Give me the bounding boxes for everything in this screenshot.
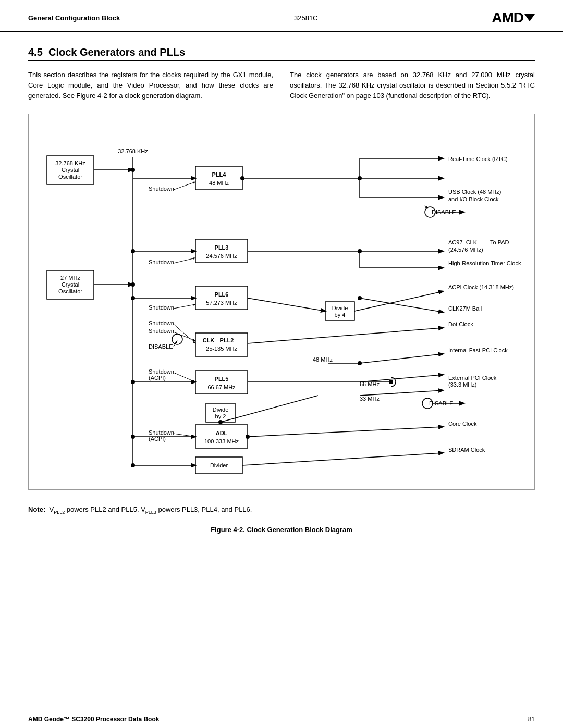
svg-text:Shutdown: Shutdown: [149, 429, 174, 436]
svg-text:PLL5: PLL5: [215, 376, 229, 382]
note-text: Note: VPLL2 powers PLL2 and PLL5. VPLL3 …: [28, 504, 535, 516]
svg-text:Oscillator: Oscillator: [58, 174, 82, 180]
svg-text:To PAD: To PAD: [490, 239, 509, 245]
svg-text:Dot Clock: Dot Clock: [448, 321, 473, 327]
svg-text:25-135 MHz: 25-135 MHz: [206, 346, 237, 352]
page-content: 4.5 Clock Generators and PLLs This secti…: [0, 32, 563, 553]
svg-text:100-333 MHz: 100-333 MHz: [204, 438, 239, 445]
svg-line-100: [248, 328, 443, 343]
svg-rect-9: [195, 166, 242, 190]
svg-text:Crystal: Crystal: [62, 281, 79, 288]
svg-text:ACPI Clock (14.318 MHz): ACPI Clock (14.318 MHz): [448, 284, 514, 290]
svg-text:CLK27M Ball: CLK27M Ball: [448, 305, 482, 312]
svg-text:Shutdown: Shutdown: [149, 186, 174, 192]
page-header: General Configuration Block 32581C AMD: [0, 0, 563, 32]
svg-line-120: [248, 427, 443, 437]
svg-text:Crystal: Crystal: [62, 167, 79, 173]
svg-text:Internal Fast-PCI Clock: Internal Fast-PCI Clock: [448, 347, 508, 353]
svg-text:33 MHz: 33 MHz: [360, 396, 380, 402]
footer-book-title: AMD Geode™ SC3200 Processor Data Book: [28, 715, 159, 723]
svg-point-52: [131, 463, 135, 467]
svg-text:Divide: Divide: [213, 406, 229, 413]
figure-caption-text: Figure 4-2. Clock Generation Block Diagr…: [211, 526, 352, 534]
svg-text:32.768 KHz: 32.768 KHz: [118, 148, 148, 154]
svg-point-63: [172, 334, 182, 344]
svg-text:USB Clock (48 MHz): USB Clock (48 MHz): [448, 189, 501, 195]
svg-point-73: [240, 176, 244, 180]
svg-line-58: [174, 304, 195, 309]
svg-text:Shutdown: Shutdown: [149, 259, 174, 265]
svg-text:24.576 MHz: 24.576 MHz: [206, 253, 237, 259]
svg-rect-25: [195, 425, 248, 448]
svg-text:SDRAM Clock: SDRAM Clock: [448, 447, 485, 453]
svg-line-71: [174, 434, 195, 437]
svg-point-98: [358, 296, 362, 300]
header-section-name: General Configuration Block: [28, 14, 120, 22]
svg-text:External PCI Clock: External PCI Clock: [448, 375, 497, 381]
svg-line-62: [174, 332, 195, 341]
svg-text:by 2: by 2: [215, 413, 226, 419]
svg-text:by 4: by 4: [335, 312, 346, 318]
svg-text:PLL4: PLL4: [212, 171, 227, 178]
svg-text:PLL6: PLL6: [215, 291, 229, 298]
svg-line-110: [360, 375, 443, 382]
svg-rect-22: [195, 371, 248, 394]
svg-point-109: [389, 380, 393, 384]
svg-text:AC97_CLK: AC97_CLK: [448, 239, 478, 245]
svg-text:Divide: Divide: [332, 305, 348, 311]
svg-point-46: [131, 296, 135, 300]
page-footer: AMD Geode™ SC3200 Processor Data Book 81: [0, 710, 563, 728]
diagram-container: 32.768 KHz Crystal Oscillator 32.768 KHz…: [28, 114, 535, 490]
section-title: 4.5 Clock Generators and PLLs: [28, 46, 535, 61]
note-label: Note:: [28, 505, 45, 513]
svg-point-48: [131, 380, 135, 384]
svg-text:57.273 MHz: 57.273 MHz: [206, 300, 237, 306]
svg-text:Shutdown: Shutdown: [149, 304, 174, 311]
svg-text:Divider: Divider: [210, 462, 228, 468]
svg-text:PLL3: PLL3: [215, 244, 229, 251]
svg-text:ADL: ADL: [216, 430, 228, 436]
intro-col1: This section describes the registers for…: [28, 70, 273, 101]
svg-text:32.768 KHz: 32.768 KHz: [55, 160, 85, 166]
svg-text:Shutdown: Shutdown: [149, 368, 174, 375]
intro-col2: The clock generators are based on 32.768…: [290, 70, 535, 101]
svg-line-123: [242, 453, 443, 465]
svg-text:CLK: CLK: [203, 337, 215, 343]
svg-text:(ACPI): (ACPI): [149, 375, 166, 381]
svg-line-56: [174, 258, 195, 263]
amd-logo: AMD: [492, 9, 535, 26]
svg-text:27 MHz: 27 MHz: [60, 275, 80, 281]
svg-text:PLL2: PLL2: [220, 337, 234, 343]
svg-text:Oscillator: Oscillator: [58, 288, 82, 294]
svg-text:(33.3 MHz): (33.3 MHz): [448, 381, 476, 388]
svg-point-92: [358, 249, 362, 253]
svg-point-121: [246, 435, 250, 439]
svg-text:DISABLE: DISABLE: [149, 343, 173, 350]
svg-line-68: [174, 373, 195, 382]
svg-text:66.67 MHz: 66.67 MHz: [207, 384, 236, 390]
svg-line-97: [360, 298, 443, 312]
svg-line-114: [360, 390, 443, 396]
footer-page-number: 81: [528, 715, 535, 723]
header-doc-number: 32581C: [294, 14, 318, 22]
svg-point-113: [218, 420, 223, 424]
svg-line-54: [174, 182, 195, 190]
svg-line-95: [354, 291, 443, 311]
svg-text:48 MHz: 48 MHz: [209, 180, 229, 186]
svg-text:High-Resolution Timer Clock: High-Resolution Timer Clock: [448, 260, 521, 266]
page: General Configuration Block 32581C AMD 4…: [0, 0, 563, 728]
svg-rect-18: [195, 333, 248, 356]
clock-diagram: 32.768 KHz Crystal Oscillator 32.768 KHz…: [36, 125, 527, 479]
svg-line-105: [360, 354, 443, 363]
intro-text: This section describes the registers for…: [28, 70, 535, 101]
svg-text:Shutdown: Shutdown: [149, 320, 174, 326]
svg-text:(ACPI): (ACPI): [149, 436, 166, 442]
svg-rect-12: [195, 239, 248, 263]
svg-text:48 MHz: 48 MHz: [313, 356, 333, 363]
svg-text:Real-Time Clock (RTC): Real-Time Clock (RTC): [448, 156, 508, 162]
svg-point-50: [131, 435, 135, 439]
svg-rect-15: [195, 286, 248, 310]
svg-text:Core Clock: Core Clock: [448, 421, 477, 427]
svg-text:Shutdown: Shutdown: [149, 328, 174, 334]
svg-line-94: [248, 298, 325, 311]
